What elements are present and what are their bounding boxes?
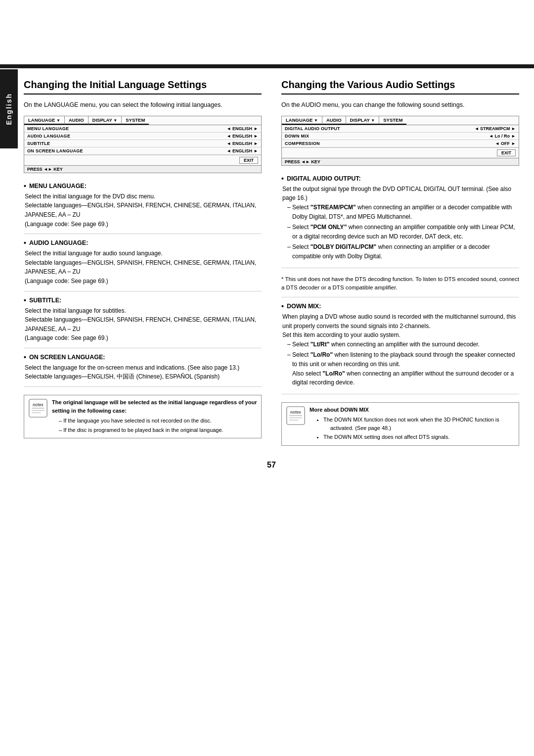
bullet-menu-language: • MENU LANGUAGE: Select the initial lang… [24,182,262,234]
bullet-subtitle: • SUBTITLE: Select the initial language … [24,296,262,348]
right-notes-item-1: The DOWN MIX function does not work when… [323,416,515,432]
left-tab-system: SYSTEM [122,116,149,125]
left-notes-content: The original language will be selected a… [52,398,257,435]
side-tab: English [0,69,18,148]
right-column: Changing the Various Audio Settings On t… [281,79,519,446]
left-menu-tabs: LANGUAGE ▼ AUDIO DISPLAY ▼ SYSTEM [24,116,261,125]
bullet-on-screen-language-body: Select the language for the on-screen me… [25,363,262,381]
right-menu-tabs: LANGUAGE ▼ AUDIO DISPLAY ▼ SYSTEM [282,116,519,125]
bullet-down-mix-body: When playing a DVD whose audio sound is … [282,312,519,387]
notes-icon-left: notes [28,398,48,418]
left-tab-audio: AUDIO [65,116,89,125]
left-notes-item-2: – If the disc is programed to be played … [59,426,257,434]
left-menu-exit: EXIT [24,155,261,165]
right-menu-row-2: DOWN MIX ◄ Lo / Ro ► [282,133,519,140]
left-menu-row-3: SUBTITLE ◄ ENGLISH ► [24,140,261,147]
left-menu-row-1: MENU LANGUAGE ◄ ENGLISH ► [24,125,261,133]
right-menu-exit: EXIT [282,147,519,158]
top-bar [0,64,534,68]
svg-text:notes: notes [33,403,44,407]
bullet-on-screen-language: • ON SCREEN LANGUAGE: Select the languag… [24,353,262,387]
svg-text:notes: notes [290,410,301,415]
right-tab-audio: AUDIO [322,116,346,125]
right-notes-list: The DOWN MIX function does not work when… [316,416,515,441]
notes-icon-right: notes [286,406,306,425]
right-section-title: Changing the Various Audio Settings [281,79,519,94]
left-tab-language: LANGUAGE ▼ [24,116,65,125]
left-notes-list: – If the language you have selected is n… [52,417,257,434]
bullet-audio-language-body: Select the initial language for audio so… [25,249,262,285]
right-intro: On the AUDIO menu, you can change the fo… [281,100,519,110]
left-menu-diagram: LANGUAGE ▼ AUDIO DISPLAY ▼ SYSTEM MENU L… [24,116,262,173]
dts-asterisk-note: * This unit does not have the DTS decodi… [281,275,519,292]
bullet-digital-audio-output-title: DIGITAL AUDIO OUTPUT: [287,175,361,182]
right-menu-row-3: COMPRESSION ◄ OFF ► [282,140,519,147]
left-menu-row-4: ON SCREEN LANGUAGE ◄ ENGLISH ► [24,147,261,155]
bullet-menu-language-body: Select the initial language for the DVD … [25,192,262,229]
right-menu-diagram: LANGUAGE ▼ AUDIO DISPLAY ▼ SYSTEM DIGITA… [281,116,519,166]
left-tab-display: DISPLAY ▼ [89,116,122,125]
bullet-audio-language-title: AUDIO LANGUAGE: [29,239,88,246]
bullet-subtitle-title: SUBTITLE: [29,297,61,304]
main-content: Changing the Initial Language Settings O… [24,0,519,504]
left-notes-bold: The original language will be selected a… [52,398,257,415]
right-notes-box: notes More about DOWN MIX The DOWN MIX f… [281,402,519,446]
bullet-audio-language: • AUDIO LANGUAGE: Select the initial lan… [24,239,262,291]
right-tab-system: SYSTEM [379,116,406,125]
left-menu-row-2: AUDIO LANGUAGE ◄ ENGLISH ► [24,133,261,140]
right-tab-display: DISPLAY ▼ [346,116,380,125]
left-column: Changing the Initial Language Settings O… [24,79,262,446]
page-number: 57 [24,461,519,470]
right-notes-title: More about DOWN MIX [310,406,515,414]
bullet-down-mix-title: DOWN MIX: [287,303,321,310]
left-intro: On the LANGUAGE menu, you can select the… [24,100,262,110]
bullet-subtitle-body: Select the initial language for subtitle… [25,306,262,343]
left-notes-box: notes The original language will be sele… [24,395,262,438]
left-notes-item-1: – If the language you have selected is n… [59,417,257,425]
left-menu-press: PRESS ◄► KEY [24,165,261,173]
bullet-menu-language-title: MENU LANGUAGE: [29,183,87,189]
right-notes-content: More about DOWN MIX The DOWN MIX functio… [310,406,515,442]
bullet-digital-audio-output: • DIGITAL AUDIO OUTPUT: Set the output s… [281,175,519,268]
right-menu-row-1: DIGITAL AUDIO OUTPUT ◄ STREAM/PCM ► [282,125,519,133]
left-section-title: Changing the Initial Language Settings [24,79,262,94]
bullet-on-screen-language-title: ON SCREEN LANGUAGE: [29,354,105,361]
right-tab-language: LANGUAGE ▼ [282,116,322,125]
bullet-down-mix: • DOWN MIX: When playing a DVD whose aud… [281,297,519,394]
bullet-digital-audio-output-body: Set the output signal type through the D… [282,185,519,261]
right-menu-press: PRESS ◄► KEY [282,158,519,165]
two-column-layout: Changing the Initial Language Settings O… [24,79,519,446]
side-tab-label: English [5,93,13,125]
right-notes-item-2: The DOWN MIX setting does not affect DTS… [323,433,515,441]
